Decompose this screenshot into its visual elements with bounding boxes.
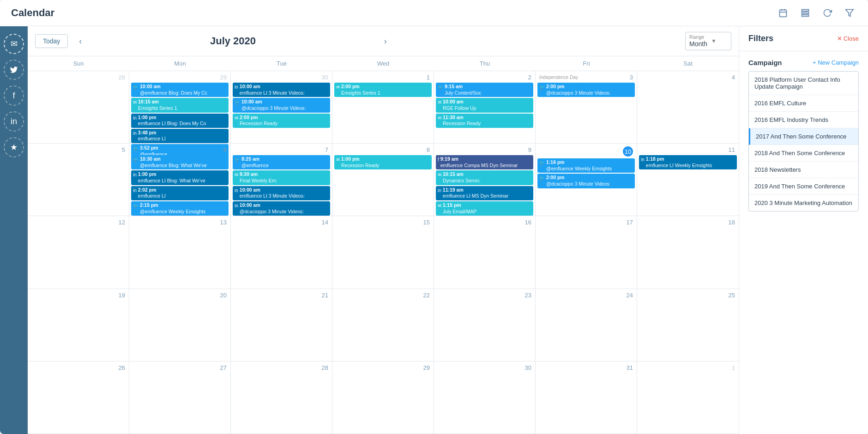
day-number: 1 bbox=[334, 73, 432, 82]
calendar-day-jul1: 1 ✉2:00 pmEmsights Series 1 bbox=[332, 71, 434, 143]
calendar-day-aug1: 1 bbox=[637, 362, 739, 434]
event[interactable]: in2:02 pmemfluence LI bbox=[131, 186, 229, 200]
event[interactable]: in1:18 pmemfluence LI Weekly Emsights bbox=[639, 155, 737, 169]
calendar-week-2: 5 6 🐦10:30 am@emfluence Blog: What We've… bbox=[28, 144, 739, 216]
new-campaign-button[interactable]: + New Campaign bbox=[813, 59, 859, 66]
calendar-day-jul10: 10 🐦1:16 pm@emfluence Weekly Emsights 🐦2… bbox=[536, 144, 637, 216]
calendar-day-jul31: 31 bbox=[536, 362, 637, 434]
day-number: 5 bbox=[30, 145, 127, 154]
campaign-list-scroll[interactable]: 2018 Platform User Contact Info Update C… bbox=[749, 72, 858, 211]
nav-linkedin-icon[interactable]: in bbox=[4, 111, 24, 132]
calendar-day-jun29: 29 🐦10:00 am@emfluence Blog: Does My Cc … bbox=[129, 71, 231, 143]
calendar-day-jul30: 30 bbox=[434, 362, 536, 434]
list-view-icon[interactable] bbox=[798, 6, 813, 20]
page-title: Calendar bbox=[11, 7, 54, 19]
day-number: 11 bbox=[639, 145, 737, 154]
campaign-list-item[interactable]: 2019 And Then Some Conference bbox=[749, 178, 858, 195]
nav-email-icon[interactable]: ✉ bbox=[4, 34, 24, 54]
campaign-list-box: 2018 Platform User Contact Info Update C… bbox=[748, 71, 859, 211]
event[interactable]: in10:00 amemfluence LI 3 Minute Videos: bbox=[233, 83, 330, 97]
day-number: 30 bbox=[436, 363, 533, 372]
event[interactable]: 🐦10:00 am@emfluence Blog: Does My Cc bbox=[131, 83, 229, 97]
calendar-day-jun28: 28 bbox=[28, 71, 129, 143]
left-nav: ✉ f in ★ bbox=[0, 26, 28, 434]
event[interactable]: 🐦8:25 am@emfluence bbox=[233, 155, 330, 169]
event[interactable]: in1:00 pmemfluence LI Blog: Does My Co bbox=[131, 114, 229, 128]
day-number: 7 bbox=[233, 145, 330, 154]
main-layout: ✉ f in ★ Today ‹ July 2020 › Range Month bbox=[0, 26, 868, 434]
event[interactable]: 🐦2:00 pm@dcacioppo 3 Minute Videos: bbox=[537, 83, 635, 97]
event[interactable]: f9:19 amemfluence Compa MS Dyn Seminar bbox=[436, 155, 533, 169]
day-header-mon: Mon bbox=[129, 56, 231, 71]
event[interactable]: in11:19 amemfluence LI MS Dyn Seminar bbox=[436, 186, 533, 200]
calendar-grid: Sun Mon Tue Wed Thu Fri Sat 28 29 🐦10:00… bbox=[28, 56, 739, 434]
next-month-button[interactable]: › bbox=[380, 35, 391, 48]
app-container: Calendar bbox=[0, 0, 868, 434]
event[interactable]: ✉10:00 amRGE Follow Up bbox=[436, 98, 533, 112]
top-bar-icons bbox=[776, 6, 857, 20]
calendar-day-jul17: 17 bbox=[536, 216, 637, 288]
nav-facebook-icon[interactable]: f bbox=[4, 85, 24, 106]
filters-body: Campaign + New Campaign 2018 Platform Us… bbox=[739, 51, 868, 434]
event[interactable]: in10:00 am@dcacioppo 3 Minute Videos: bbox=[233, 201, 330, 216]
event[interactable]: 🐦2:15 pm@emfluence Weekly Emsights bbox=[131, 201, 229, 216]
calendar-day-jul3: Independence Day 3 🐦2:00 pm@dcacioppo 3 … bbox=[536, 71, 637, 143]
calendar-view-icon[interactable] bbox=[776, 6, 790, 20]
calendar-week-4: 19 20 21 22 23 24 25 bbox=[28, 289, 739, 362]
calendar-day-jul19: 19 bbox=[28, 289, 129, 361]
day-number: 15 bbox=[334, 218, 432, 227]
nav-twitter-icon[interactable] bbox=[4, 60, 24, 80]
calendar-day-jul16: 16 bbox=[434, 216, 536, 288]
filters-header: Filters ✕ Close bbox=[739, 26, 868, 51]
event[interactable]: ✉1:00 pmRecession Ready bbox=[334, 155, 432, 169]
event[interactable]: 🐦10:30 am@emfluence Blog: What We've bbox=[131, 155, 229, 169]
event[interactable]: ✉1:15 pmJuly Email/MAP bbox=[436, 201, 533, 216]
event[interactable]: ✉2:00 pmEmsights Series 1 bbox=[334, 83, 432, 97]
day-number: 19 bbox=[30, 291, 127, 300]
event[interactable]: in3:48 pmemfluence LI bbox=[131, 129, 229, 143]
day-number: 28 bbox=[30, 73, 127, 82]
event[interactable]: ✉9:30 amFinal Weekly Em: bbox=[233, 170, 330, 185]
event[interactable]: in10:00 amemfluence LI 3 Minute Videos: bbox=[233, 186, 330, 200]
svg-rect-0 bbox=[780, 10, 787, 17]
filter-icon[interactable] bbox=[842, 6, 857, 20]
event[interactable]: 🐦2:00 pm@dcacioppo 3 Minute Videos: bbox=[537, 174, 635, 188]
event[interactable]: ✉11:30 amRecession Ready bbox=[436, 114, 533, 128]
event[interactable]: ✉2:00 pmRecession Ready bbox=[233, 114, 330, 128]
event[interactable]: 🐦10:00 am@dcacioppo 3 Minute Videos: bbox=[233, 98, 330, 112]
campaign-list-item-active[interactable]: 2017 And Then Some Conference bbox=[749, 128, 858, 145]
day-number: 16 bbox=[436, 218, 533, 227]
svg-rect-4 bbox=[802, 10, 809, 11]
day-number: 26 bbox=[30, 363, 127, 372]
day-label: Independence Day bbox=[539, 75, 580, 80]
event[interactable]: in1:00 pmemfluence LI Blog: What We've bbox=[131, 170, 229, 185]
campaign-list-item[interactable]: 2016 EMFL Culture bbox=[749, 95, 858, 112]
prev-month-button[interactable]: ‹ bbox=[75, 35, 85, 48]
event[interactable]: 🐦1:16 pm@emfluence Weekly Emsights bbox=[537, 158, 635, 173]
day-header-fri: Fri bbox=[536, 56, 637, 71]
filters-close-button[interactable]: ✕ Close bbox=[837, 35, 859, 42]
refresh-icon[interactable] bbox=[820, 6, 835, 20]
day-number: 9 bbox=[436, 145, 533, 154]
close-x: ✕ bbox=[837, 35, 842, 42]
event[interactable]: ✉10:15 amDynamics Semin: bbox=[436, 170, 533, 185]
event[interactable]: 🐦9:15 amJuly Content/Soc bbox=[436, 83, 533, 97]
campaign-list-item[interactable]: 2016 EMFL Industry Trends bbox=[749, 112, 858, 128]
range-dropdown-icon: ▼ bbox=[711, 38, 717, 44]
calendar-area: Today ‹ July 2020 › Range Month ▼ Sun bbox=[28, 26, 739, 434]
campaign-list-item[interactable]: 2018 Platform User Contact Info Update C… bbox=[749, 72, 858, 95]
today-button[interactable]: Today bbox=[35, 34, 68, 48]
day-number: 12 bbox=[30, 218, 127, 227]
calendar-day-jul9: 9 f9:19 amemfluence Compa MS Dyn Seminar… bbox=[434, 144, 536, 216]
calendar-day-jul26: 26 bbox=[28, 362, 129, 434]
day-number: 13 bbox=[131, 218, 229, 227]
campaign-list-item[interactable]: 2020 3 Minute Marketing Automation bbox=[749, 195, 858, 211]
nav-favorites-icon[interactable]: ★ bbox=[4, 137, 24, 157]
calendar-day-jul14: 14 bbox=[231, 216, 332, 288]
month-title: July 2020 bbox=[93, 35, 373, 47]
day-header-thu: Thu bbox=[434, 56, 536, 71]
range-select[interactable]: Range Month ▼ bbox=[685, 32, 731, 50]
event[interactable]: ✉10:15 amEmsights Series 1 bbox=[131, 98, 229, 112]
campaign-list-item[interactable]: 2018 And Then Some Conference bbox=[749, 145, 858, 162]
campaign-list-item[interactable]: 2018 Newsletters bbox=[749, 162, 858, 178]
